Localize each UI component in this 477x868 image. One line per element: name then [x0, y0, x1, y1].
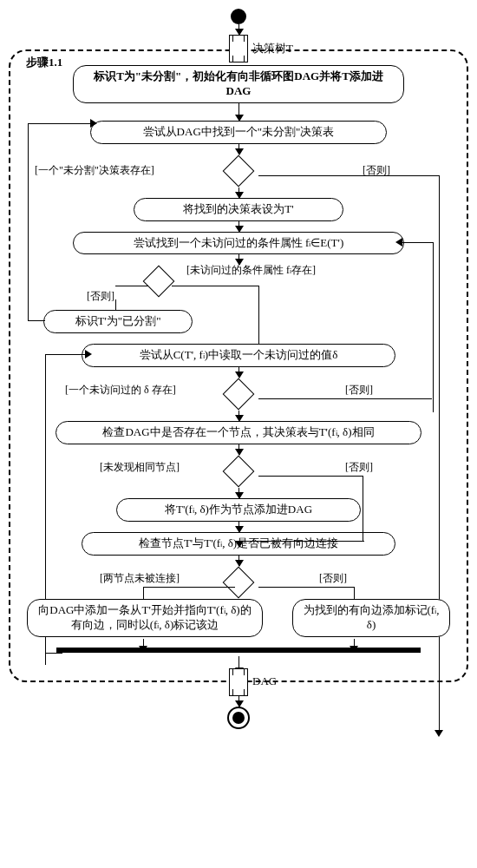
action-add-node: 将T'(fᵢ, δ)作为节点添加进DAG [116, 498, 361, 522]
arrow-head [435, 730, 443, 737]
flow-arrow [238, 367, 239, 378]
decision-node [223, 378, 255, 411]
flow-arrow [238, 556, 239, 566]
action-text: 标识T'为"已分割" [75, 314, 161, 327]
flow-arrow [238, 221, 239, 232]
final-node-inner [232, 712, 245, 724]
decision-node [223, 155, 255, 187]
action-mark-split: 标识T'为"已分割" [43, 310, 193, 333]
guard-label: [两节点未被连接] [100, 571, 180, 586]
arrow-head [139, 646, 147, 653]
flow-line [45, 354, 87, 355]
final-node [227, 707, 250, 729]
decision-node [223, 567, 255, 599]
arrow-head [85, 350, 92, 358]
flow-arrow [238, 696, 239, 707]
action-text: 尝试找到一个未访问过的条件属性 fᵢ∈E(T') [134, 236, 343, 249]
join-bar [56, 648, 421, 653]
flow-line [401, 242, 434, 243]
flow-arrow [238, 103, 239, 121]
flow-line [115, 286, 148, 286]
action-add-label: 为找到的有向边添加标记(fᵢ, δ) [292, 599, 450, 637]
input-label: 决策树T [252, 41, 293, 56]
action-text: 为找到的有向边添加标记(fᵢ, δ) [304, 603, 440, 631]
decision-node [223, 456, 255, 488]
action-find-attr: 尝试找到一个未访问过的条件属性 fᵢ∈E(T') [73, 232, 404, 255]
arrow-head [90, 119, 97, 128]
guard-label: [未发现相同节点] [100, 460, 180, 475]
flow-line [172, 286, 258, 286]
guard-label: [未访问过的条件属性 fᵢ存在] [186, 263, 316, 278]
action-init: 标识T为"未分割"，初始化有向非循环图DAG并将T添加进DAG [73, 65, 404, 103]
guard-label: [一个未访问过的 δ 存在] [65, 383, 176, 398]
flow-line [143, 587, 235, 588]
guard-label: [否则] [319, 571, 347, 586]
flow-line [28, 123, 92, 124]
action-text: 尝试从DAG中找到一个"未分割"决策表 [143, 125, 335, 138]
action-text: 尝试从C(T', fᵢ)中读取一个未访问过的值δ [140, 348, 338, 361]
decision-node [143, 266, 175, 298]
flow-line [28, 320, 45, 321]
guard-label: [否则] [87, 289, 114, 304]
guard-label: [否则] [345, 460, 373, 475]
flow-line [28, 123, 29, 320]
action-add-edge: 向DAG中添加一条从T'开始并指向T'(fᵢ, δ)的有向边，同时以(fᵢ, δ… [27, 599, 263, 637]
flow-line [258, 476, 363, 477]
flow-arrow [238, 522, 239, 532]
activity-frame: 步骤1.1 标识T为"未分割"，初始化有向非循环图DAG并将T添加进DAG 尝试… [9, 49, 468, 682]
flow-arrow [238, 144, 239, 155]
flow-line [439, 175, 440, 732]
flow-line [363, 476, 363, 541]
action-text: 将T'(fᵢ, δ)作为节点添加进DAG [165, 503, 312, 516]
action-text: 向DAG中添加一条从T'开始并指向T'(fᵢ, δ)的有向边，同时以(fᵢ, δ… [38, 603, 251, 631]
initial-node [231, 9, 246, 24]
flow-line [45, 653, 62, 654]
input-pin: 决策树T [229, 35, 248, 62]
flow-line [258, 587, 354, 588]
action-find-unsplit: 尝试从DAG中找到一个"未分割"决策表 [90, 121, 387, 144]
action-text: 将找到的决策表设为T' [183, 202, 293, 215]
flow-arrow [238, 24, 239, 35]
flow-line [239, 541, 364, 542]
flow-arrow [238, 488, 239, 498]
flow-arrow [238, 187, 239, 198]
arrow-head [350, 646, 358, 653]
flow-arrow [238, 411, 239, 421]
flow-line [258, 175, 439, 176]
action-read-delta: 尝试从C(T', fᵢ)中读取一个未访问过的值δ [82, 344, 395, 367]
flow-line [258, 398, 432, 399]
frame-title: 步骤1.1 [24, 55, 64, 70]
output-pin: DAG [229, 668, 248, 696]
action-set-tprime: 将找到的决策表设为T' [134, 198, 343, 221]
arrow-head [395, 238, 402, 247]
guard-label: [否则] [345, 383, 373, 398]
action-text: 检查DAG中是否存在一个节点，其决策表与T'(fᵢ, δ)相同 [102, 425, 374, 438]
arrow-head [235, 541, 244, 548]
action-check-node: 检查DAG中是否存在一个节点，其决策表与T'(fᵢ, δ)相同 [56, 421, 421, 444]
guard-label: [一个"未分割"决策表存在] [35, 163, 154, 178]
action-text: 标识T为"未分割"，初始化有向非循环图DAG并将T添加进DAG [94, 69, 383, 97]
output-label: DAG [252, 674, 277, 688]
flow-arrow [238, 444, 239, 455]
